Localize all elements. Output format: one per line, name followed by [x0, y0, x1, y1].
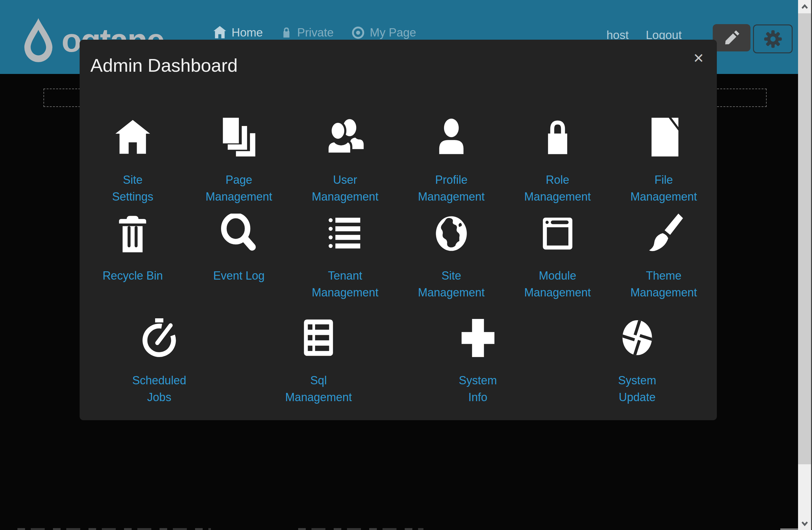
- home-icon: [115, 120, 151, 156]
- tile-label: Management: [312, 188, 378, 205]
- person-icon: [432, 118, 470, 156]
- tile-label: Event Log: [213, 267, 264, 284]
- nav-item-home[interactable]: Home: [213, 26, 263, 39]
- tile-label: Module: [524, 267, 591, 284]
- tile-label: Role: [524, 171, 591, 188]
- nav-item-my-page[interactable]: My Page: [351, 26, 416, 39]
- clipped-footer-text: [298, 528, 423, 530]
- nav-label: Private: [297, 26, 334, 39]
- tile-label: Site: [112, 171, 153, 188]
- page: oqtane Home Private: [0, 0, 812, 530]
- home-icon: [213, 26, 227, 39]
- chevron-up-icon: [801, 3, 809, 10]
- timer-icon: [140, 318, 178, 357]
- tile-label: Management: [418, 284, 485, 301]
- tile-label: Page: [205, 171, 272, 188]
- tile-label: User: [312, 171, 378, 188]
- tile-file-management[interactable]: FileManagement: [611, 118, 717, 205]
- tile-label: Management: [285, 389, 352, 405]
- trash-icon: [114, 214, 151, 252]
- pencil-icon: [723, 29, 741, 47]
- tile-label: Theme: [630, 267, 697, 284]
- tile-recycle-bin[interactable]: Recycle Bin: [79, 214, 186, 301]
- tile-system-info[interactable]: SystemInfo: [398, 319, 557, 405]
- target-icon: [351, 26, 365, 39]
- tile-site-settings[interactable]: SiteSettings: [79, 118, 186, 205]
- tile-site-management[interactable]: SiteManagement: [398, 214, 504, 301]
- lock-icon: [281, 27, 292, 39]
- tile-system-update[interactable]: SystemUpdate: [557, 319, 717, 405]
- admin-dashboard-modal: Admin Dashboard ✕ SiteSettings Pa: [79, 40, 717, 420]
- clipped-footer-text: [17, 528, 211, 530]
- tile-tenant-management[interactable]: TenantManagement: [292, 214, 398, 301]
- scroll-down-button[interactable]: [798, 517, 811, 530]
- tile-label: Settings: [112, 188, 153, 205]
- layers-icon: [219, 118, 258, 156]
- tile-row: ScheduledJobs SqlManagement SystemInf: [79, 319, 717, 405]
- waterdrop-icon: [20, 17, 57, 64]
- brush-icon: [644, 214, 683, 252]
- tile-role-management[interactable]: RoleManagement: [504, 118, 611, 205]
- tile-label: Management: [418, 188, 485, 205]
- tile-label: Management: [312, 284, 378, 301]
- tile-module-management[interactable]: ModuleManagement: [504, 214, 611, 301]
- list-icon: [327, 216, 363, 252]
- tile-label: Scheduled: [132, 372, 186, 389]
- settings-button[interactable]: [753, 25, 793, 53]
- tile-label: Management: [630, 188, 697, 205]
- magnifier-icon: [219, 214, 258, 252]
- tile-label: Site: [418, 267, 485, 284]
- tile-page-management[interactable]: PageManagement: [186, 118, 292, 205]
- tile-label: Recycle Bin: [102, 267, 163, 284]
- tile-label: Tenant: [312, 267, 378, 284]
- tile-label: Management: [205, 188, 272, 205]
- scrollbar-thumb[interactable]: [798, 13, 811, 464]
- modal-title: Admin Dashboard: [90, 54, 704, 76]
- tile-label: System: [459, 372, 497, 389]
- vertical-scrollbar[interactable]: [798, 0, 811, 530]
- nav-item-private[interactable]: Private: [281, 26, 334, 39]
- tile-scheduled-jobs[interactable]: ScheduledJobs: [79, 319, 239, 405]
- tile-label: File: [630, 171, 697, 188]
- chevron-down-icon: [801, 520, 809, 527]
- tile-label: Management: [630, 284, 697, 301]
- scroll-up-button[interactable]: [798, 0, 811, 13]
- tile-sql-management[interactable]: SqlManagement: [239, 319, 398, 405]
- lock-icon: [539, 119, 576, 156]
- close-icon[interactable]: ✕: [693, 52, 704, 65]
- medical-cross-icon: [459, 319, 497, 357]
- tile-row: SiteSettings PageManagement: [79, 118, 717, 205]
- tile-label: Info: [459, 389, 497, 405]
- tile-theme-management[interactable]: ThemeManagement: [611, 214, 717, 301]
- aperture-icon: [618, 318, 656, 357]
- spreadsheet-icon: [299, 318, 338, 357]
- tile-label: Management: [524, 284, 591, 301]
- browser-icon: [539, 215, 576, 252]
- file-icon: [644, 118, 683, 156]
- tile-profile-management[interactable]: ProfileManagement: [398, 118, 504, 205]
- tile-label: Profile: [418, 171, 485, 188]
- tile-label: Jobs: [132, 389, 186, 405]
- modal-header: Admin Dashboard ✕: [79, 40, 717, 76]
- tile-user-management[interactable]: UserManagement: [292, 118, 398, 205]
- tile-label: System: [618, 372, 656, 389]
- nav-label: My Page: [370, 26, 416, 39]
- nav-label: Home: [232, 26, 263, 39]
- tile-event-log[interactable]: Event Log: [186, 214, 292, 301]
- tile-row: Recycle Bin Event Log Te: [79, 214, 717, 301]
- tile-label: Management: [524, 188, 591, 205]
- tile-label: Sql: [285, 372, 352, 389]
- globe-icon: [433, 215, 470, 252]
- tile-label: Update: [618, 389, 656, 405]
- edit-mode-button[interactable]: [713, 24, 751, 52]
- people-icon: [326, 118, 364, 156]
- gear-icon: [764, 29, 783, 48]
